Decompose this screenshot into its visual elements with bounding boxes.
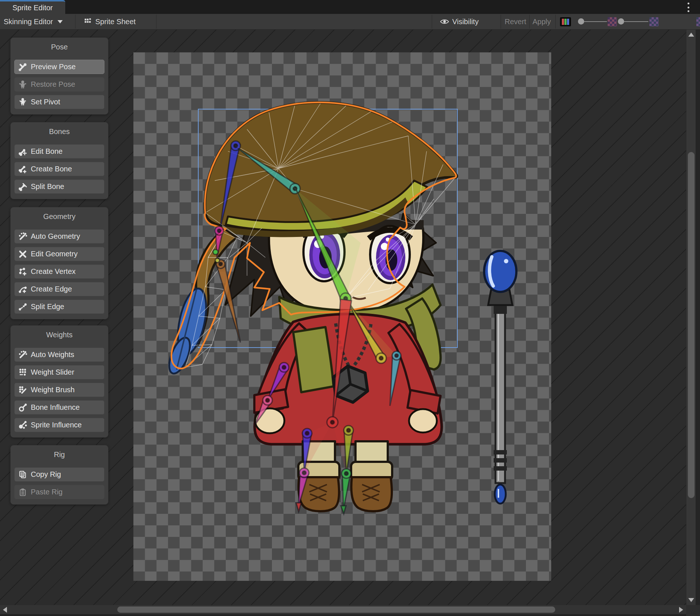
split-edge-icon [18,302,27,312]
sprite-editor-window: Sprite Editor Skinning Editor Sprite She… [0,0,700,616]
visibility-button[interactable]: Visibility [440,14,479,29]
edit-bone-button[interactable]: Edit Bone [14,144,104,159]
pose-panel: Pose Preview Pose Restore Pose Set Pivot [10,37,108,115]
window-right-edge [696,30,700,616]
rgb-channels-button[interactable] [560,17,571,26]
editor-viewport-background: Pose Preview Pose Restore Pose Set Pivot… [0,30,700,605]
chevron-down-icon [58,20,63,23]
set-pivot-button[interactable]: Set Pivot [14,95,104,109]
vertical-scrollbar[interactable] [686,30,696,605]
geometry-panel: Geometry Auto Geometry Edit Geometry Cre… [10,207,108,319]
split-bone-button[interactable]: Split Bone [14,179,104,194]
weight-slider-button[interactable]: Weight Slider [14,365,104,379]
bone-influence-button[interactable]: Bone Influence [14,400,104,415]
apply-button[interactable]: Apply [533,14,551,29]
scarf-flap [293,327,334,392]
visibility-label: Visibility [452,18,479,26]
toolbar-separator [555,15,556,29]
panel-title: Bones [14,126,104,137]
rig-panel: Rig Copy Rig Paste Rig [10,445,108,505]
horizontal-scrollbar-thumb[interactable] [117,606,555,613]
create-vertex-button[interactable]: Create Vertex [14,264,104,279]
split-edge-button[interactable]: Split Edge [14,300,104,314]
paste-rig-button[interactable]: Paste Rig [14,485,104,499]
create-edge-icon [18,285,27,294]
staff-gem [495,485,506,504]
toolbar-separator [529,15,530,29]
joint-dot-yellow[interactable] [215,258,220,263]
sprite-sheet-icon [84,17,92,26]
horizontal-scrollbar[interactable] [0,605,686,614]
panel-title: Rig [14,449,104,460]
create-bone-button[interactable]: Create Bone [14,162,104,176]
paste-rig-icon [18,487,27,497]
sprite-opacity-slider-knob[interactable] [578,18,584,25]
staff-band [494,305,507,314]
panel-title: Geometry [14,211,104,222]
sprite-influence-icon [18,420,27,430]
bone-influence-icon [18,403,27,412]
auto-weights-button[interactable]: Auto Weights [14,348,104,362]
apply-label: Apply [533,18,551,26]
create-bone-icon [18,164,27,174]
auto-weights-icon [18,350,27,360]
eye-icon [440,19,449,25]
weights-opacity-slider-knob[interactable] [618,18,624,25]
revert-button[interactable]: Revert [505,14,526,29]
scroll-up-icon[interactable] [688,33,694,37]
restore-pose-icon [18,80,27,89]
scroll-down-icon[interactable] [688,598,694,602]
toolbar-separator [156,15,156,29]
scrollbar-corner [686,605,700,616]
scroll-right-icon[interactable] [679,607,683,613]
copy-rig-icon [18,470,27,479]
toolbar-separator [501,15,501,29]
bones-panel: Bones Edit Bone Create Bone Split Bone [10,122,108,199]
texture-swatch-partial [696,17,700,26]
restore-pose-button[interactable]: Restore Pose [14,77,104,92]
create-edge-button[interactable]: Create Edge [14,282,104,296]
sprite-canvas[interactable] [133,52,551,581]
toolbar-separator [432,15,432,29]
panel-title: Weights [14,329,104,340]
vertical-scrollbar-thumb[interactable] [688,152,695,498]
staff-wrap [494,458,507,463]
staff-wrap [494,466,507,471]
staff-wrap [494,450,507,454]
right-hand [409,409,437,433]
joint-dot-green[interactable] [213,249,218,255]
preview-pose-icon [18,62,27,72]
auto-geometry-icon [18,232,27,241]
weight-slider-icon [18,368,27,377]
sprite-sheet-label: Sprite Sheet [95,18,136,26]
weights-panel: Weights Auto Weights Weight Slider Weigh… [10,325,108,438]
sprite-opacity-slider[interactable] [584,21,607,22]
tab-bar: Sprite Editor [0,0,700,14]
right-boot [351,477,392,511]
sprite-influence-button[interactable]: Sprite Influence [14,418,104,432]
sprite-opacity-swatch [608,17,617,26]
edit-geometry-button[interactable]: Edit Geometry [14,247,104,261]
window-bottom-edge [0,614,700,616]
staff-shaft [495,300,505,483]
weight-brush-icon [18,385,27,395]
weight-brush-button[interactable]: Weight Brush [14,383,104,397]
weights-opacity-slider[interactable] [624,21,648,22]
edit-bone-icon [18,147,27,156]
create-vertex-icon [18,267,27,277]
preview-pose-button[interactable]: Preview Pose [14,60,104,74]
copy-rig-button[interactable]: Copy Rig [14,467,104,482]
sprite-sheet-button[interactable]: Sprite Sheet [84,14,136,29]
skinning-editor-dropdown[interactable]: Skinning Editor [4,14,63,29]
revert-label: Revert [505,18,526,26]
tab-sprite-editor[interactable]: Sprite Editor [0,0,65,14]
panel-title: Pose [14,41,104,52]
toolbar-separator [75,15,75,29]
edit-geometry-icon [18,249,27,259]
auto-geometry-button[interactable]: Auto Geometry [14,229,104,244]
skinning-editor-label: Skinning Editor [4,18,53,26]
scroll-left-icon[interactable] [3,607,7,613]
toolbar: Skinning Editor Sprite Sheet Visibility … [0,14,700,30]
window-menu-kebab-icon[interactable] [686,3,690,12]
set-pivot-icon [18,97,27,107]
